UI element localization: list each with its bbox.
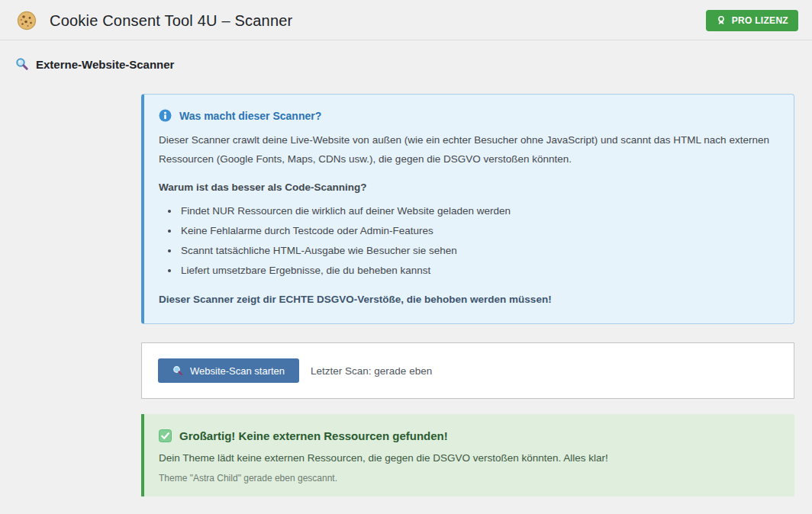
info-box-paragraph: Dieser Scanner crawlt deine Live-Website… [159,130,777,169]
section-heading: Externe-Website-Scanner [0,40,812,71]
section-title: Externe-Website-Scanner [36,58,174,71]
header: Cookie Consent Tool 4U – Scanner PRO LIZ… [0,0,812,40]
pro-license-label: PRO LIZENZ [732,15,788,26]
magnifier-icon [172,365,183,376]
info-box-bullet-list: Findet NUR Ressourcen die wirklich auf d… [159,201,777,281]
magnifier-icon [15,57,29,71]
list-item: Liefert umsetzbare Ergebnisse, die du be… [179,261,777,281]
list-item: Findet NUR Ressourcen die wirklich auf d… [179,201,777,221]
info-box-conclusion: Dieser Scanner zeigt dir ECHTE DSGVO-Ver… [159,290,777,309]
list-item: Keine Fehlalarme durch Testcode oder Adm… [179,221,777,241]
website-scan-button-label: Website-Scan starten [190,365,285,377]
main-content: Was macht dieser Scanner? Dieser Scanner… [141,94,794,496]
success-box-header: Großartig! Keine externen Ressourcen gef… [159,429,779,442]
info-box: Was macht dieser Scanner? Dieser Scanner… [141,94,794,324]
info-box-title: Was macht dieser Scanner? [179,110,321,122]
success-box-meta: Theme "Astra Child" gerade eben gescannt… [159,473,779,483]
success-box-message: Dein Theme lädt keine externen Ressource… [159,452,779,464]
success-box: Großartig! Keine externen Ressourcen gef… [141,414,794,496]
pro-license-button[interactable]: PRO LIZENZ [706,10,798,31]
info-box-header: Was macht dieser Scanner? [159,109,777,122]
medal-icon [716,15,727,26]
info-box-subheading: Warum ist das besser als Code-Scanning? [159,178,777,197]
cookie-icon [17,11,37,31]
info-icon [159,109,172,122]
success-box-title: Großartig! Keine externen Ressourcen gef… [179,429,448,442]
scan-panel: Website-Scan starten Letzter Scan: gerad… [141,342,794,399]
last-scan-status: Letzter Scan: gerade eben [311,365,432,377]
list-item: Scannt tatsächliche HTML-Ausgabe wie Bes… [179,241,777,261]
page-title: Cookie Consent Tool 4U – Scanner [50,12,292,30]
check-icon [159,429,172,442]
website-scan-button[interactable]: Website-Scan starten [158,358,299,383]
